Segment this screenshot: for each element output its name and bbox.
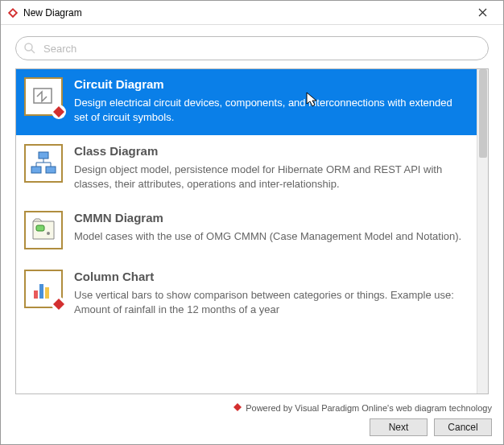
diagram-list-container: Circuit Diagram Design electrical circui… <box>15 68 489 394</box>
item-title: Circuit Diagram <box>74 77 467 91</box>
item-desc: Model cases with the use of OMG CMMN (Ca… <box>74 229 467 244</box>
diagram-list[interactable]: Circuit Diagram Design electrical circui… <box>16 69 477 393</box>
powered-text: Powered by Visual Paradigm Online's web … <box>246 403 492 413</box>
item-title: Class Diagram <box>74 144 467 158</box>
button-row: Next Cancel <box>12 418 492 436</box>
vp-badge-icon <box>52 297 66 311</box>
list-item-cmmn[interactable]: CMMN Diagram Model cases with the use of… <box>16 203 477 262</box>
item-text: Class Diagram Design object model, persi… <box>74 144 467 191</box>
close-button[interactable] <box>466 2 498 24</box>
item-desc: Use vertical bars to show comparison bet… <box>74 288 467 316</box>
svg-rect-20 <box>45 287 49 299</box>
search-icon <box>23 42 36 55</box>
item-desc: Design electrical circuit devices, compo… <box>74 96 467 124</box>
svg-marker-23 <box>233 403 242 411</box>
list-item-class[interactable]: Class Diagram Design object model, persi… <box>16 136 477 203</box>
list-item-circuit[interactable]: Circuit Diagram Design electrical circui… <box>16 69 477 136</box>
powered-label: Powered by Visual Paradigm Online's web … <box>12 402 492 414</box>
item-title: Column Chart <box>74 270 467 283</box>
next-button[interactable]: Next <box>370 418 428 436</box>
svg-rect-11 <box>46 167 56 173</box>
thumb-circuit-icon <box>24 77 63 116</box>
svg-point-4 <box>25 43 32 51</box>
item-text: Column Chart Use vertical bars to show c… <box>74 270 467 316</box>
svg-point-17 <box>47 232 50 235</box>
svg-rect-18 <box>34 290 38 299</box>
vp-badge-icon <box>52 105 66 119</box>
item-title: CMMN Diagram <box>74 211 467 225</box>
item-desc: Design object model, persistence model f… <box>74 163 467 191</box>
dialog-content: Circuit Diagram Design electrical circui… <box>1 25 503 398</box>
vp-small-icon <box>233 402 242 414</box>
item-text: CMMN Diagram Model cases with the use of… <box>74 211 467 249</box>
svg-rect-10 <box>31 167 41 173</box>
list-item-column[interactable]: Column Chart Use vertical bars to show c… <box>16 262 477 328</box>
thumb-column-icon <box>24 270 63 308</box>
scrollbar-thumb[interactable] <box>479 69 487 158</box>
svg-rect-16 <box>36 225 44 231</box>
item-text: Circuit Diagram Design electrical circui… <box>74 77 467 124</box>
thumb-cmmn-icon <box>24 211 63 249</box>
cancel-button[interactable]: Cancel <box>434 418 492 436</box>
window-title: New Diagram <box>23 7 466 19</box>
svg-line-5 <box>31 50 35 53</box>
scrollbar[interactable] <box>477 69 488 393</box>
app-icon <box>7 7 19 19</box>
svg-rect-9 <box>39 152 48 159</box>
titlebar: New Diagram <box>1 1 503 25</box>
thumb-class-icon <box>24 144 63 183</box>
search-wrap <box>15 36 489 60</box>
svg-rect-19 <box>39 284 43 299</box>
search-input[interactable] <box>15 36 489 60</box>
footer: Powered by Visual Paradigm Online's web … <box>1 398 503 444</box>
